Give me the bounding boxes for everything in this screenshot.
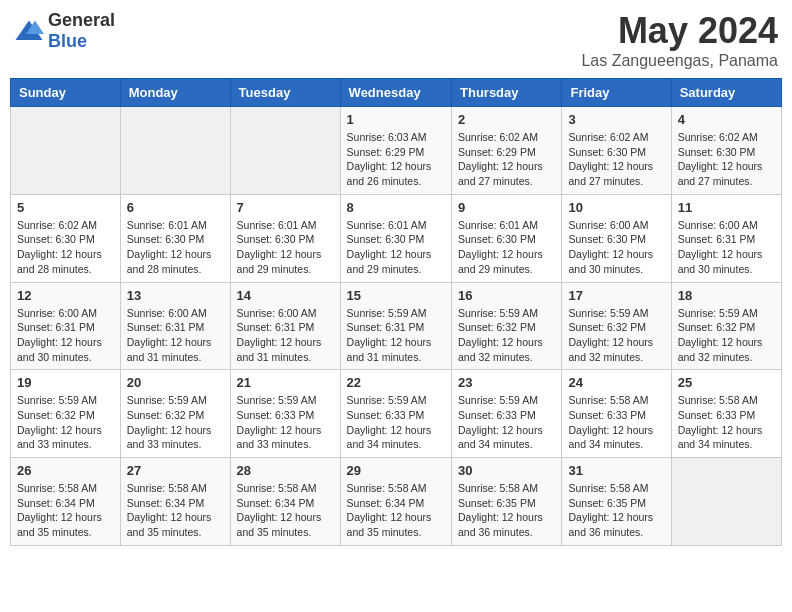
logo-icon — [14, 19, 44, 43]
day-info: Sunrise: 6:00 AMSunset: 6:31 PMDaylight:… — [17, 306, 114, 365]
day-number: 19 — [17, 375, 114, 390]
logo: General Blue — [14, 10, 115, 52]
day-info: Sunrise: 5:58 AMSunset: 6:35 PMDaylight:… — [568, 481, 664, 540]
calendar-cell: 23Sunrise: 5:59 AMSunset: 6:33 PMDayligh… — [452, 370, 562, 458]
day-number: 11 — [678, 200, 775, 215]
day-number: 2 — [458, 112, 555, 127]
day-info: Sunrise: 5:59 AMSunset: 6:32 PMDaylight:… — [17, 393, 114, 452]
calendar-cell: 5Sunrise: 6:02 AMSunset: 6:30 PMDaylight… — [11, 194, 121, 282]
day-info: Sunrise: 5:58 AMSunset: 6:34 PMDaylight:… — [347, 481, 445, 540]
calendar-cell: 20Sunrise: 5:59 AMSunset: 6:32 PMDayligh… — [120, 370, 230, 458]
day-number: 15 — [347, 288, 445, 303]
calendar-cell: 11Sunrise: 6:00 AMSunset: 6:31 PMDayligh… — [671, 194, 781, 282]
day-number: 22 — [347, 375, 445, 390]
day-info: Sunrise: 5:59 AMSunset: 6:32 PMDaylight:… — [568, 306, 664, 365]
day-info: Sunrise: 5:58 AMSunset: 6:34 PMDaylight:… — [237, 481, 334, 540]
calendar-cell: 6Sunrise: 6:01 AMSunset: 6:30 PMDaylight… — [120, 194, 230, 282]
calendar-cell: 13Sunrise: 6:00 AMSunset: 6:31 PMDayligh… — [120, 282, 230, 370]
logo-text-general: General — [48, 10, 115, 30]
weekday-header-wednesday: Wednesday — [340, 79, 451, 107]
calendar-week-row: 5Sunrise: 6:02 AMSunset: 6:30 PMDaylight… — [11, 194, 782, 282]
day-info: Sunrise: 6:01 AMSunset: 6:30 PMDaylight:… — [127, 218, 224, 277]
calendar-cell: 18Sunrise: 5:59 AMSunset: 6:32 PMDayligh… — [671, 282, 781, 370]
day-number: 25 — [678, 375, 775, 390]
logo-text-blue: Blue — [48, 31, 87, 51]
calendar-cell: 26Sunrise: 5:58 AMSunset: 6:34 PMDayligh… — [11, 458, 121, 546]
calendar-week-row: 19Sunrise: 5:59 AMSunset: 6:32 PMDayligh… — [11, 370, 782, 458]
calendar-cell: 3Sunrise: 6:02 AMSunset: 6:30 PMDaylight… — [562, 107, 671, 195]
day-info: Sunrise: 6:02 AMSunset: 6:30 PMDaylight:… — [568, 130, 664, 189]
month-title: May 2024 — [581, 10, 778, 52]
calendar-cell: 4Sunrise: 6:02 AMSunset: 6:30 PMDaylight… — [671, 107, 781, 195]
day-info: Sunrise: 6:00 AMSunset: 6:31 PMDaylight:… — [237, 306, 334, 365]
calendar-cell: 16Sunrise: 5:59 AMSunset: 6:32 PMDayligh… — [452, 282, 562, 370]
weekday-header-sunday: Sunday — [11, 79, 121, 107]
day-number: 20 — [127, 375, 224, 390]
day-number: 31 — [568, 463, 664, 478]
calendar-cell: 25Sunrise: 5:58 AMSunset: 6:33 PMDayligh… — [671, 370, 781, 458]
day-number: 16 — [458, 288, 555, 303]
day-number: 13 — [127, 288, 224, 303]
weekday-header-thursday: Thursday — [452, 79, 562, 107]
day-number: 23 — [458, 375, 555, 390]
day-number: 7 — [237, 200, 334, 215]
day-number: 21 — [237, 375, 334, 390]
day-number: 29 — [347, 463, 445, 478]
day-info: Sunrise: 6:01 AMSunset: 6:30 PMDaylight:… — [347, 218, 445, 277]
location-title: Las Zangueengas, Panama — [581, 52, 778, 70]
day-number: 10 — [568, 200, 664, 215]
weekday-header-row: SundayMondayTuesdayWednesdayThursdayFrid… — [11, 79, 782, 107]
day-info: Sunrise: 5:58 AMSunset: 6:33 PMDaylight:… — [678, 393, 775, 452]
day-info: Sunrise: 5:58 AMSunset: 6:34 PMDaylight:… — [17, 481, 114, 540]
day-number: 14 — [237, 288, 334, 303]
calendar-cell: 8Sunrise: 6:01 AMSunset: 6:30 PMDaylight… — [340, 194, 451, 282]
calendar-cell: 10Sunrise: 6:00 AMSunset: 6:30 PMDayligh… — [562, 194, 671, 282]
calendar-cell — [11, 107, 121, 195]
calendar-cell: 27Sunrise: 5:58 AMSunset: 6:34 PMDayligh… — [120, 458, 230, 546]
day-number: 12 — [17, 288, 114, 303]
weekday-header-friday: Friday — [562, 79, 671, 107]
day-info: Sunrise: 6:00 AMSunset: 6:31 PMDaylight:… — [678, 218, 775, 277]
calendar-cell: 21Sunrise: 5:59 AMSunset: 6:33 PMDayligh… — [230, 370, 340, 458]
day-info: Sunrise: 5:59 AMSunset: 6:31 PMDaylight:… — [347, 306, 445, 365]
day-info: Sunrise: 5:58 AMSunset: 6:35 PMDaylight:… — [458, 481, 555, 540]
calendar-cell: 24Sunrise: 5:58 AMSunset: 6:33 PMDayligh… — [562, 370, 671, 458]
calendar-cell — [230, 107, 340, 195]
day-number: 26 — [17, 463, 114, 478]
calendar-cell: 31Sunrise: 5:58 AMSunset: 6:35 PMDayligh… — [562, 458, 671, 546]
calendar-cell: 14Sunrise: 6:00 AMSunset: 6:31 PMDayligh… — [230, 282, 340, 370]
title-area: May 2024 Las Zangueengas, Panama — [581, 10, 778, 70]
calendar-cell: 28Sunrise: 5:58 AMSunset: 6:34 PMDayligh… — [230, 458, 340, 546]
day-number: 18 — [678, 288, 775, 303]
day-info: Sunrise: 5:59 AMSunset: 6:32 PMDaylight:… — [678, 306, 775, 365]
day-number: 28 — [237, 463, 334, 478]
day-number: 5 — [17, 200, 114, 215]
day-number: 30 — [458, 463, 555, 478]
day-info: Sunrise: 5:58 AMSunset: 6:34 PMDaylight:… — [127, 481, 224, 540]
day-number: 1 — [347, 112, 445, 127]
weekday-header-saturday: Saturday — [671, 79, 781, 107]
day-info: Sunrise: 5:59 AMSunset: 6:32 PMDaylight:… — [458, 306, 555, 365]
calendar-cell: 30Sunrise: 5:58 AMSunset: 6:35 PMDayligh… — [452, 458, 562, 546]
day-info: Sunrise: 6:00 AMSunset: 6:30 PMDaylight:… — [568, 218, 664, 277]
day-number: 27 — [127, 463, 224, 478]
calendar-table: SundayMondayTuesdayWednesdayThursdayFrid… — [10, 78, 782, 546]
day-number: 8 — [347, 200, 445, 215]
day-info: Sunrise: 6:02 AMSunset: 6:30 PMDaylight:… — [17, 218, 114, 277]
calendar-cell: 2Sunrise: 6:02 AMSunset: 6:29 PMDaylight… — [452, 107, 562, 195]
day-info: Sunrise: 6:01 AMSunset: 6:30 PMDaylight:… — [458, 218, 555, 277]
calendar-cell: 29Sunrise: 5:58 AMSunset: 6:34 PMDayligh… — [340, 458, 451, 546]
day-info: Sunrise: 6:00 AMSunset: 6:31 PMDaylight:… — [127, 306, 224, 365]
day-info: Sunrise: 6:01 AMSunset: 6:30 PMDaylight:… — [237, 218, 334, 277]
day-number: 24 — [568, 375, 664, 390]
weekday-header-tuesday: Tuesday — [230, 79, 340, 107]
calendar-cell: 7Sunrise: 6:01 AMSunset: 6:30 PMDaylight… — [230, 194, 340, 282]
day-number: 17 — [568, 288, 664, 303]
calendar-week-row: 1Sunrise: 6:03 AMSunset: 6:29 PMDaylight… — [11, 107, 782, 195]
day-info: Sunrise: 6:03 AMSunset: 6:29 PMDaylight:… — [347, 130, 445, 189]
day-number: 4 — [678, 112, 775, 127]
day-info: Sunrise: 6:02 AMSunset: 6:29 PMDaylight:… — [458, 130, 555, 189]
calendar-week-row: 12Sunrise: 6:00 AMSunset: 6:31 PMDayligh… — [11, 282, 782, 370]
calendar-cell: 22Sunrise: 5:59 AMSunset: 6:33 PMDayligh… — [340, 370, 451, 458]
day-info: Sunrise: 6:02 AMSunset: 6:30 PMDaylight:… — [678, 130, 775, 189]
